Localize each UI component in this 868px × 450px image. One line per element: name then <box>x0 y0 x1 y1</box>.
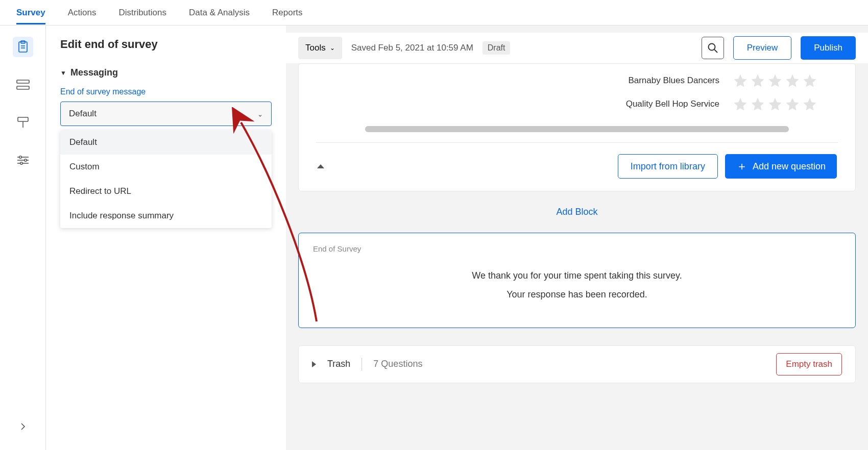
add-new-question-button[interactable]: ＋ Add new question <box>725 154 837 179</box>
tab-data-analysis[interactable]: Data & Analysis <box>189 1 250 24</box>
chevron-down-icon: ⌄ <box>330 44 335 52</box>
rail-flow-icon[interactable] <box>13 74 33 95</box>
main-canvas: Tools ⌄ Saved Feb 5, 2021 at 10:59 AM Dr… <box>286 26 868 450</box>
end-of-survey-card[interactable]: End of Survey We thank you for your time… <box>298 233 856 328</box>
slider-scrollbar[interactable] <box>365 126 789 132</box>
svg-rect-6 <box>18 117 28 121</box>
tab-survey[interactable]: Survey <box>16 1 45 24</box>
rail-expand-icon[interactable] <box>13 416 33 437</box>
star-icon <box>802 96 817 112</box>
eos-line2: Your response has been recorded. <box>313 287 841 302</box>
star-icon <box>767 96 783 112</box>
star-icon <box>733 73 748 88</box>
option-redirect[interactable]: Redirect to URL <box>60 179 272 204</box>
svg-rect-5 <box>17 86 29 89</box>
chevron-up-icon: ⌃ <box>257 110 263 118</box>
publish-button[interactable]: Publish <box>801 36 856 60</box>
tab-distributions[interactable]: Distributions <box>118 1 166 24</box>
panel-title: Edit end of survey <box>60 38 272 51</box>
option-custom[interactable]: Custom <box>60 155 272 179</box>
star-icon <box>767 73 783 88</box>
option-include-summary[interactable]: Include response summary <box>60 204 272 228</box>
star-icon <box>750 73 765 88</box>
import-from-library-button[interactable]: Import from library <box>618 154 718 179</box>
preview-button[interactable]: Preview <box>733 36 791 60</box>
add-block-link[interactable]: Add Block <box>556 207 597 217</box>
question-row: Quality Bell Hop Service <box>316 92 838 116</box>
row-label: Quality Bell Hop Service <box>626 99 719 109</box>
svg-point-11 <box>19 156 21 158</box>
expand-trash-icon[interactable] <box>312 361 316 367</box>
star-rating[interactable] <box>733 73 817 88</box>
section-messaging-label: Messaging <box>70 67 118 78</box>
select-value: Default <box>69 109 97 119</box>
top-nav: Survey Actions Distributions Data & Anal… <box>0 0 868 26</box>
rail-look-feel-icon[interactable] <box>13 112 33 133</box>
trash-bar: Trash 7 Questions Empty trash <box>298 345 856 383</box>
left-icon-rail <box>0 26 46 450</box>
empty-trash-button[interactable]: Empty trash <box>776 353 842 376</box>
star-icon <box>785 73 800 88</box>
svg-rect-4 <box>17 80 29 83</box>
plus-icon: ＋ <box>736 161 748 172</box>
search-icon <box>707 42 718 54</box>
section-messaging-toggle[interactable]: ▼ Messaging <box>60 67 272 78</box>
option-default[interactable]: Default <box>60 130 272 155</box>
eos-message-select[interactable]: Default ⌃ <box>60 102 272 126</box>
caret-down-icon: ▼ <box>60 69 66 77</box>
search-button[interactable] <box>702 37 724 59</box>
rail-builder-icon[interactable] <box>13 37 33 57</box>
tools-menu-button[interactable]: Tools ⌄ <box>298 37 342 59</box>
eos-message-label: End of survey message <box>60 87 272 96</box>
svg-point-13 <box>20 162 22 164</box>
svg-line-15 <box>714 49 717 53</box>
star-rating[interactable] <box>733 96 817 112</box>
edit-panel: Edit end of survey ▼ Messaging End of su… <box>46 26 286 450</box>
row-label: Barnaby Blues Dancers <box>628 76 719 86</box>
builder-toolbar: Tools ⌄ Saved Feb 5, 2021 at 10:59 AM Dr… <box>286 33 868 63</box>
saved-timestamp: Saved Feb 5, 2021 at 10:59 AM <box>351 43 473 53</box>
star-icon <box>733 96 748 112</box>
collapse-caret-icon[interactable] <box>317 164 324 168</box>
star-icon <box>750 96 765 112</box>
eos-line1: We thank you for your time spent taking … <box>313 268 841 283</box>
star-icon <box>802 73 817 88</box>
rail-options-icon[interactable] <box>13 150 33 170</box>
svg-point-12 <box>24 159 26 161</box>
divider <box>361 358 362 371</box>
question-card: Barnaby Blues Dancers Quality Bell Hop S… <box>298 63 856 191</box>
trash-label: Trash <box>327 359 350 369</box>
question-row: Barnaby Blues Dancers <box>316 69 838 92</box>
tab-actions[interactable]: Actions <box>68 1 97 24</box>
status-badge: Draft <box>483 41 511 55</box>
trash-count: 7 Questions <box>373 359 422 369</box>
eos-message-dropdown: Default Custom Redirect to URL Include r… <box>60 130 272 228</box>
svg-point-14 <box>708 44 715 51</box>
tab-reports[interactable]: Reports <box>272 1 303 24</box>
eos-title: End of Survey <box>313 244 841 253</box>
star-icon <box>785 96 800 112</box>
